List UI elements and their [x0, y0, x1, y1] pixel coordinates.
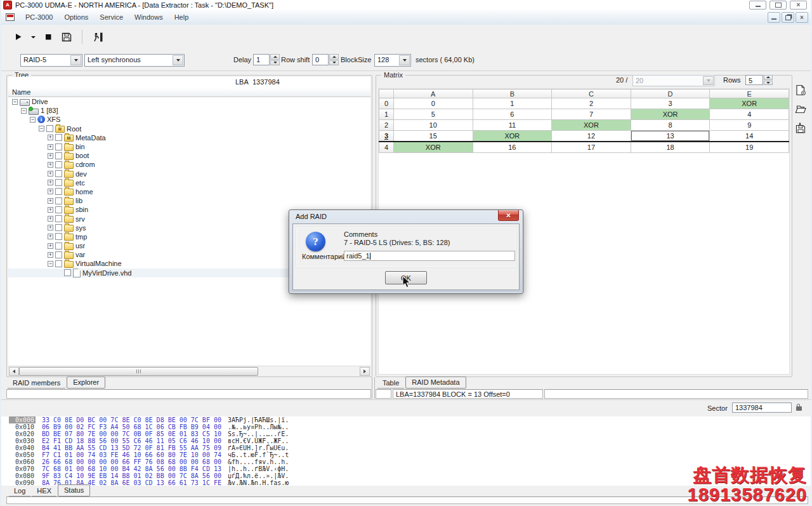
matrix-cell[interactable]: 9 — [710, 120, 789, 131]
close-icon[interactable]: ✕ — [498, 210, 519, 221]
spin-up-icon[interactable] — [270, 54, 280, 60]
expander-plus-icon[interactable]: + — [48, 198, 53, 204]
sector-input[interactable]: 1337984 — [732, 403, 792, 413]
spin-down-icon[interactable] — [329, 60, 339, 66]
menu-windows[interactable]: Windows — [129, 10, 169, 24]
tab-raid-members[interactable]: RAID members — [8, 378, 65, 389]
hex-bytes[interactable]: BD BE 07 80 7E 00 00 7C 0B 0F 85 0E 01 8… — [42, 430, 221, 437]
maximize-icon[interactable] — [769, 1, 787, 10]
expander-minus-icon[interactable]: − — [39, 126, 44, 131]
matrix-cell[interactable]: 2 — [552, 98, 631, 109]
expander-plus-icon[interactable]: + — [48, 144, 53, 150]
tree-item-dev[interactable]: +dev — [8, 170, 370, 178]
horizontal-scrollbar[interactable] — [8, 366, 370, 375]
hex-address[interactable]: 0x070 — [9, 465, 36, 472]
matrix-cell[interactable]: XOR — [552, 120, 631, 131]
tree-item-1-83[interactable]: −1 [83] — [8, 106, 370, 115]
matrix-cell[interactable]: 13 — [631, 131, 710, 142]
save-matrix-icon[interactable] — [793, 121, 808, 136]
expander-plus-icon[interactable]: + — [48, 162, 53, 168]
hex-address[interactable]: 0x030 — [9, 437, 36, 444]
expander-plus-icon[interactable]: + — [48, 207, 53, 213]
spin-up-icon[interactable] — [764, 75, 773, 80]
checkbox[interactable] — [55, 215, 62, 222]
row-shift-value[interactable]: 0 — [312, 54, 329, 65]
checkbox[interactable] — [55, 197, 62, 204]
matrix-cell[interactable]: 5 — [393, 109, 473, 120]
matrix-cell[interactable]: XOR — [473, 131, 552, 142]
minimize-icon[interactable] — [749, 1, 766, 10]
checkbox[interactable] — [55, 251, 62, 258]
scroll-left-icon[interactable] — [9, 367, 19, 376]
checkbox[interactable] — [55, 134, 62, 141]
expander-plus-icon[interactable]: + — [48, 180, 53, 185]
matrix-column-header-a[interactable]: A — [393, 90, 473, 98]
hex-address[interactable]: 0x000 — [9, 416, 36, 423]
expander-plus-icon[interactable]: + — [48, 189, 53, 194]
matrix-cell[interactable]: 14 — [710, 131, 789, 142]
tree-item-home[interactable]: +home — [8, 187, 370, 196]
expander-plus-icon[interactable]: + — [48, 234, 53, 239]
tab-table[interactable]: Table — [377, 378, 404, 389]
matrix-column-header-b[interactable]: B — [473, 90, 552, 98]
checkbox[interactable] — [46, 125, 53, 132]
matrix-cell[interactable]: XOR — [710, 98, 789, 109]
checkbox[interactable] — [55, 206, 62, 213]
tree-column-header[interactable]: Name — [8, 88, 370, 97]
tab-explorer[interactable]: Explorer — [67, 376, 105, 389]
hex-address[interactable]: 0x060 — [9, 458, 36, 465]
matrix-column-header-d[interactable]: D — [631, 90, 710, 98]
spin-up-icon[interactable] — [329, 54, 339, 60]
matrix-column-header-e[interactable]: E — [710, 90, 789, 98]
matrix-cell[interactable]: 10 — [393, 120, 473, 131]
spin-down-icon[interactable] — [270, 60, 280, 66]
new-matrix-icon[interactable] — [793, 83, 808, 98]
tree-item-etc[interactable]: +etc — [8, 178, 370, 187]
expander-minus-icon[interactable]: − — [30, 117, 36, 123]
checkbox[interactable] — [55, 233, 62, 240]
combo-dropdown-icon[interactable] — [399, 55, 410, 65]
checkbox[interactable] — [55, 152, 62, 159]
menu-pc-3000[interactable]: PC-3000 — [20, 10, 58, 24]
matrix-cell[interactable]: 4 — [710, 109, 789, 120]
close-icon[interactable]: × — [790, 1, 807, 10]
tab-hex[interactable]: HEX — [32, 486, 56, 496]
matrix-column-header-c[interactable]: C — [552, 90, 631, 98]
checkbox[interactable] — [55, 143, 62, 150]
scrollbar-thumb[interactable] — [19, 367, 258, 376]
checkbox[interactable] — [55, 161, 62, 168]
hex-address[interactable]: 0x020 — [9, 430, 36, 437]
matrix-cell[interactable]: 18 — [631, 142, 710, 153]
matrix-cell[interactable]: 6 — [473, 109, 552, 120]
hex-bytes[interactable]: 06 B9 00 02 FC F3 A4 50 68 1C 06 CB FB B… — [42, 423, 221, 430]
combo-dropdown-icon[interactable] — [70, 55, 81, 65]
tab-raid-metadata[interactable]: RAID Metadata — [405, 376, 466, 389]
tree-item-cdrom[interactable]: +cdrom — [8, 160, 370, 169]
menu-help[interactable]: Help — [169, 10, 195, 24]
dialog-title-bar[interactable]: Add RAID ✕ — [289, 210, 523, 223]
expander-plus-icon[interactable]: + — [48, 135, 53, 140]
matrix-cell[interactable]: 0 — [393, 98, 473, 109]
hex-bytes[interactable]: 7C 68 01 00 68 10 00 B4 42 8A 56 00 8B F… — [42, 465, 221, 472]
comment-input[interactable]: raid5_1 — [344, 251, 515, 261]
matrix-cell[interactable]: 7 — [552, 109, 631, 120]
checkbox[interactable] — [55, 243, 62, 250]
matrix-cell[interactable]: XOR — [393, 142, 473, 153]
matrix-cell[interactable]: 17 — [552, 142, 631, 153]
raid-type-combobox[interactable]: RAID-5 — [20, 54, 82, 67]
hex-bytes[interactable]: 26 66 68 00 00 00 00 66 FF 76 08 68 00 0… — [42, 458, 221, 465]
lock-icon[interactable] — [796, 406, 802, 411]
stop-icon[interactable] — [40, 29, 56, 44]
hex-bytes[interactable]: F7 C1 01 00 74 03 FE 46 10 66 60 80 7E 1… — [42, 451, 221, 458]
open-matrix-icon[interactable] — [793, 102, 808, 117]
matrix-cell[interactable]: 1 — [473, 98, 552, 109]
expander-minus-icon[interactable]: − — [48, 261, 53, 267]
row-shift-spinner[interactable]: 0 — [312, 54, 340, 65]
exit-icon[interactable] — [90, 29, 106, 44]
menu-service[interactable]: Service — [94, 10, 129, 24]
matrix-cell[interactable]: 16 — [473, 142, 552, 153]
matrix-cell[interactable]: XOR — [631, 109, 710, 120]
tab-status[interactable]: Status — [58, 484, 90, 496]
save-icon[interactable] — [58, 29, 74, 44]
expander-plus-icon[interactable]: + — [48, 171, 53, 176]
